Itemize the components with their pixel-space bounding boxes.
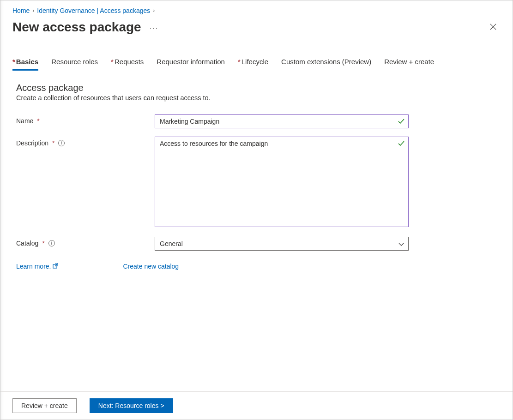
info-icon[interactable]: i (48, 240, 55, 246)
chevron-right-icon: › (153, 7, 155, 14)
review-create-button[interactable]: Review + create (12, 398, 77, 413)
tab-requestor-info[interactable]: Requestor information (157, 58, 225, 71)
tab-review-create[interactable]: Review + create (384, 58, 434, 71)
tab-requests[interactable]: *Requests (111, 58, 144, 71)
tab-resource-roles[interactable]: Resource roles (51, 58, 98, 71)
description-label: Description * i (16, 137, 155, 147)
tab-custom-extensions[interactable]: Custom extensions (Preview) (281, 58, 371, 71)
section-title: Access package (16, 83, 497, 93)
tab-lifecycle[interactable]: *Lifecycle (238, 58, 268, 71)
close-button[interactable] (486, 19, 501, 34)
create-new-catalog-link[interactable]: Create new catalog (123, 263, 179, 270)
catalog-label: Catalog * i (16, 237, 155, 247)
breadcrumb: Home › Identity Governance | Access pack… (0, 0, 513, 16)
catalog-select[interactable]: General (155, 237, 409, 251)
name-input[interactable] (155, 114, 409, 128)
description-textarea[interactable] (155, 137, 409, 227)
chevron-right-icon: › (32, 7, 34, 14)
info-icon[interactable]: i (58, 140, 65, 146)
svg-line-3 (55, 264, 58, 266)
breadcrumb-governance[interactable]: Identity Governance | Access packages (37, 7, 150, 14)
page-title: New access package (12, 20, 141, 35)
check-icon (398, 140, 405, 149)
external-link-icon (53, 263, 58, 270)
footer: Review + create Next: Resource roles > (0, 391, 513, 420)
name-label: Name * (16, 114, 155, 125)
check-icon (398, 118, 405, 126)
next-button[interactable]: Next: Resource roles > (90, 398, 173, 413)
more-icon[interactable]: ··· (150, 24, 158, 33)
tab-basics[interactable]: *Basics (12, 58, 38, 71)
close-icon (490, 24, 496, 30)
section-description: Create a collection of resources that us… (16, 94, 497, 102)
wizard-tabs: *Basics Resource roles *Requests Request… (0, 39, 513, 71)
learn-more-link[interactable]: Learn more. (16, 263, 58, 270)
breadcrumb-home[interactable]: Home (12, 7, 30, 14)
